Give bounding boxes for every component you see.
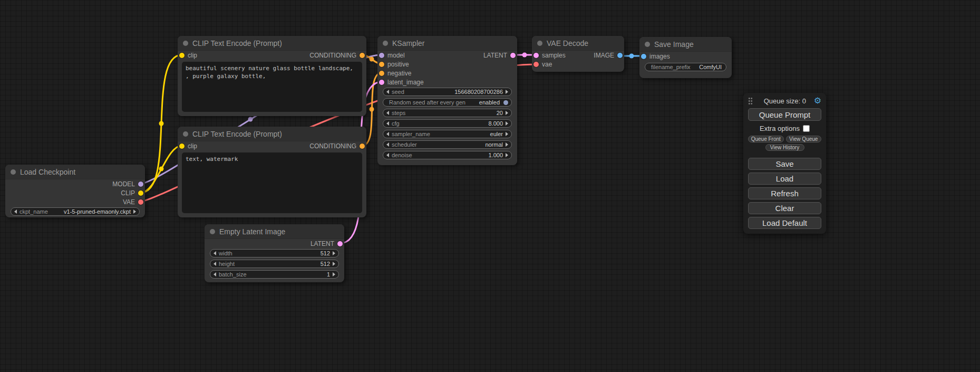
widget-height[interactable]: height 512 — [210, 260, 339, 268]
widget-seed[interactable]: seed 156680208700286 — [383, 88, 512, 96]
node-title-bar[interactable]: KSampler — [377, 36, 517, 51]
decrement-arrow-icon[interactable] — [386, 111, 389, 115]
widget-value: enabled — [479, 99, 500, 106]
output-dot-latent[interactable] — [510, 53, 516, 58]
widget-width[interactable]: width 512 — [210, 249, 339, 257]
node-vae-decode[interactable]: VAE Decode samples IMAGE vae — [532, 36, 624, 72]
output-dot-vae[interactable] — [138, 199, 143, 205]
input-dot-images[interactable] — [641, 54, 646, 59]
node-title: Save Image — [654, 40, 694, 49]
toggle-indicator-icon[interactable] — [503, 100, 508, 105]
load-default-button[interactable]: Load Default — [748, 217, 821, 229]
input-dot-latent-image[interactable] — [379, 80, 384, 85]
slot-label: negative — [387, 70, 411, 77]
output-dot-image[interactable] — [617, 53, 623, 58]
decrement-arrow-icon[interactable] — [14, 209, 17, 214]
decrement-arrow-icon[interactable] — [214, 262, 216, 266]
increment-arrow-icon[interactable] — [506, 132, 508, 136]
node-save-image[interactable]: Save Image images filename_prefix ComfyU… — [639, 37, 732, 78]
queue-prompt-button[interactable]: Queue Prompt — [748, 108, 821, 121]
input-dot-clip[interactable] — [179, 144, 185, 149]
node-status-dot — [11, 169, 16, 175]
widget-batch-size[interactable]: batch_size 1 — [210, 270, 339, 279]
widget-ckpt-name[interactable]: ckpt_name v1-5-pruned-emaonly.ckpt — [11, 207, 140, 216]
output-dot-latent[interactable] — [337, 241, 343, 246]
node-load-checkpoint[interactable]: Load Checkpoint MODEL CLIP VAE ckpt_name… — [5, 165, 145, 217]
widget-steps[interactable]: steps 20 — [383, 109, 512, 117]
widget-scheduler[interactable]: scheduler normal — [383, 140, 512, 149]
decrement-arrow-icon[interactable] — [386, 132, 389, 136]
load-button[interactable]: Load — [748, 173, 821, 185]
output-dot-conditioning[interactable] — [360, 53, 365, 58]
node-title: CLIP Text Encode (Prompt) — [192, 130, 282, 138]
drag-handle-icon[interactable] — [748, 97, 753, 104]
negative-prompt-textarea[interactable]: text, watermark — [182, 152, 362, 213]
increment-arrow-icon[interactable] — [506, 142, 508, 147]
widget-label: steps — [392, 110, 405, 116]
widget-random-seed-toggle[interactable]: Random seed after every gen enabled — [383, 98, 512, 107]
output-slot-image: IMAGE — [594, 52, 623, 59]
queue-size-label: Queue size: 0 — [756, 97, 814, 105]
increment-arrow-icon[interactable] — [506, 153, 508, 157]
input-slot-clip: clip — [179, 52, 197, 59]
node-title-bar[interactable]: CLIP Text Encode (Prompt) — [178, 127, 366, 141]
node-status-dot — [183, 41, 188, 46]
clear-button[interactable]: Clear — [748, 202, 821, 214]
widget-denoise[interactable]: denoise 1.000 — [383, 151, 512, 159]
decrement-arrow-icon[interactable] — [386, 90, 389, 94]
node-title-bar[interactable]: Empty Latent Image — [205, 224, 344, 239]
decrement-arrow-icon[interactable] — [386, 153, 389, 157]
increment-arrow-icon[interactable] — [333, 251, 335, 255]
widget-filename-prefix[interactable]: filename_prefix ComfyUI — [645, 63, 726, 71]
save-button[interactable]: Save — [748, 158, 821, 170]
increment-arrow-icon[interactable] — [333, 262, 335, 266]
input-slot-negative: negative — [377, 69, 517, 78]
increment-arrow-icon[interactable] — [333, 272, 335, 276]
widget-value: 1 — [327, 271, 330, 278]
input-slot-model: model — [379, 52, 405, 59]
node-clip-text-encode-negative[interactable]: CLIP Text Encode (Prompt) clip CONDITION… — [178, 127, 366, 217]
decrement-arrow-icon[interactable] — [386, 121, 389, 126]
decrement-arrow-icon[interactable] — [214, 251, 216, 255]
input-dot-clip[interactable] — [179, 53, 185, 58]
input-dot-negative[interactable] — [379, 71, 384, 76]
extra-options-checkbox[interactable] — [803, 125, 810, 132]
graph-canvas[interactable]: Load Checkpoint MODEL CLIP VAE ckpt_name… — [0, 0, 980, 372]
node-ksampler[interactable]: KSampler model LATENT positive negative … — [377, 36, 517, 165]
increment-arrow-icon[interactable] — [506, 121, 508, 126]
input-dot-samples[interactable] — [533, 53, 539, 58]
output-dot-clip[interactable] — [138, 190, 143, 196]
input-dot-positive[interactable] — [379, 62, 384, 67]
output-slot-clip: CLIP — [5, 188, 145, 197]
node-title-bar[interactable]: VAE Decode — [532, 36, 624, 51]
positive-prompt-textarea[interactable]: beautiful scenery nature glass bottle la… — [182, 62, 362, 112]
decrement-arrow-icon[interactable] — [386, 142, 389, 147]
node-title-bar[interactable]: Save Image — [639, 37, 732, 52]
widget-label: cfg — [392, 120, 400, 127]
increment-arrow-icon[interactable] — [506, 111, 508, 115]
widget-label: seed — [392, 89, 404, 95]
view-history-button[interactable]: View History — [765, 144, 804, 151]
decrement-arrow-icon[interactable] — [214, 272, 216, 276]
input-dot-vae[interactable] — [533, 62, 539, 67]
node-empty-latent-image[interactable]: Empty Latent Image LATENT width 512 heig… — [205, 224, 344, 282]
widget-label: ckpt_name — [20, 208, 48, 215]
queue-front-button[interactable]: Queue Front — [748, 136, 784, 142]
widget-sampler-name[interactable]: sampler_name euler — [383, 130, 512, 138]
increment-arrow-icon[interactable] — [133, 209, 136, 214]
input-dot-model[interactable] — [379, 53, 384, 58]
comfy-menu-panel[interactable]: Queue size: 0 ⚙ Queue Prompt Extra optio… — [743, 93, 826, 234]
settings-gear-icon[interactable]: ⚙ — [814, 97, 821, 105]
link-midpoint-dot — [370, 57, 374, 62]
output-dot-model[interactable] — [138, 182, 143, 187]
node-title-bar[interactable]: Load Checkpoint — [5, 165, 145, 179]
view-queue-button[interactable]: View Queue — [786, 136, 822, 142]
refresh-button[interactable]: Refresh — [748, 187, 821, 199]
node-title-bar[interactable]: CLIP Text Encode (Prompt) — [178, 36, 366, 51]
slot-label: LATENT — [483, 52, 507, 59]
increment-arrow-icon[interactable] — [506, 90, 508, 94]
widget-cfg[interactable]: cfg 8.000 — [383, 119, 512, 128]
output-dot-conditioning[interactable] — [360, 144, 365, 149]
node-clip-text-encode-positive[interactable]: CLIP Text Encode (Prompt) clip CONDITION… — [178, 36, 366, 116]
widget-label: Random seed after every gen — [389, 99, 465, 106]
